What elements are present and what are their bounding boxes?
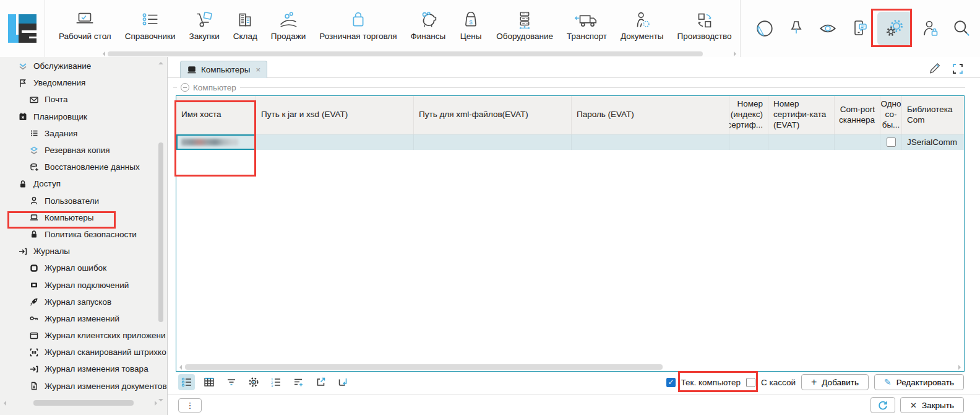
scrollbar-thumb[interactable] — [185, 364, 663, 370]
sidebar-horizontal-scrollbar[interactable] — [5, 400, 156, 406]
add-button[interactable]: +Добавить — [801, 374, 869, 390]
column-header-cert-number[interactable]: Номер сертифи-ката (EVAT) — [768, 96, 835, 134]
toolbar-module-sales[interactable]: Продажи — [271, 4, 306, 51]
sidebar-item-tasks[interactable]: Задания — [0, 125, 167, 142]
sidebar-item-label: Пользователи — [45, 196, 99, 206]
sidebar-vertical-scrollbar[interactable] — [158, 58, 165, 405]
sidebar-item-access[interactable]: Доступ — [0, 175, 167, 192]
module-label: Продажи — [271, 32, 306, 41]
close-tab-icon[interactable]: × — [256, 65, 261, 74]
gear-button[interactable] — [245, 374, 262, 390]
toolbar-module-desktop[interactable]: Рабочий стол — [59, 4, 111, 51]
collapse-icon[interactable] — [181, 83, 189, 92]
sidebar-item-label: Планировщик — [33, 112, 87, 121]
sidebar-item-product-change-log[interactable]: Журнал изменения товара — [0, 360, 167, 377]
toolbar-module-documents[interactable]: Документы — [621, 4, 664, 51]
pie-chart-button[interactable] — [751, 11, 778, 46]
table-horizontal-scrollbar[interactable] — [178, 364, 962, 370]
view-grid-button[interactable] — [200, 374, 217, 390]
hand-coins-icon — [277, 4, 300, 31]
more-options-button[interactable]: ⋮ — [178, 398, 202, 413]
settings-button[interactable] — [877, 12, 912, 45]
key-icon — [28, 313, 39, 324]
toolbar-module-warehouse[interactable]: Склад — [233, 4, 257, 51]
export-button[interactable] — [312, 374, 329, 390]
password-cell[interactable] — [572, 134, 729, 150]
com-library-cell[interactable]: JSerialComm — [902, 134, 964, 150]
sidebar-item-restore[interactable]: Восстановление данных — [0, 159, 167, 175]
filter-button[interactable] — [223, 374, 239, 390]
eye-button[interactable] — [814, 11, 841, 46]
sidebar-item-users[interactable]: Пользователи — [0, 193, 167, 209]
toolbar-module-retail[interactable]: Розничная торговля — [319, 4, 397, 51]
sidebar-item-launch-log[interactable]: Журнал запусков — [0, 294, 167, 310]
scrollbar-thumb[interactable] — [108, 51, 703, 56]
with-cash-checkbox[interactable] — [746, 378, 755, 387]
scrollbar-thumb[interactable] — [158, 142, 163, 322]
cert-number-cell[interactable] — [768, 134, 835, 150]
feedback-button[interactable] — [846, 11, 873, 46]
sidebar-item-scheduler[interactable]: Планировщик — [0, 108, 167, 125]
column-header-jar-path[interactable]: Путь к jar и xsd (EVAT) — [256, 96, 414, 134]
host-cell[interactable] — [176, 134, 256, 150]
close-x-icon: ✕ — [910, 401, 917, 410]
numbered-list-button[interactable]: 123 — [267, 374, 284, 390]
chevron-layers-icon — [17, 61, 28, 71]
edit-button[interactable]: ✎Редактировать — [874, 374, 964, 390]
sidebar-item-barcode-scan-log[interactable]: Журнал сканирований штрихко — [0, 344, 167, 360]
user-lock-button[interactable] — [916, 11, 943, 46]
toolbar-module-prices[interactable]: $ Цены — [459, 4, 483, 51]
view-list-button[interactable] — [178, 374, 195, 390]
sidebar-item-error-log[interactable]: Журнал ошибок — [0, 260, 167, 276]
column-header-com-port[interactable]: Com-port сканнера — [835, 96, 880, 134]
reload-loop-button[interactable] — [334, 374, 351, 390]
scrollbar-thumb[interactable] — [33, 400, 134, 406]
column-header-single-event[interactable]: Одно со-бы... — [880, 96, 902, 134]
column-header-host[interactable]: Имя хоста — [176, 96, 256, 134]
jar-path-cell[interactable] — [256, 134, 414, 150]
toolbar-module-transport[interactable]: Транспорт — [567, 4, 607, 51]
sidebar-item-connection-log[interactable]: Журнал подключений — [0, 276, 167, 293]
sidebar-item-client-apps-log[interactable]: Журнал клиентских приложени — [0, 327, 167, 344]
pin-button[interactable] — [783, 11, 810, 46]
toolbar-horizontal-scrollbar[interactable] — [106, 51, 733, 56]
search-button[interactable] — [948, 11, 975, 46]
sidebar-item-backup[interactable]: Резервная копия — [0, 142, 167, 159]
add-row-button[interactable] — [290, 374, 306, 390]
with-cash-label[interactable]: С кассой — [761, 378, 796, 387]
toolbar-module-purchases[interactable]: Закупки — [189, 4, 220, 51]
current-computer-label[interactable]: Тек. компьютер — [681, 378, 741, 387]
edit-pencil-icon[interactable] — [928, 61, 942, 75]
groupbox-header: Компьютер — [173, 82, 965, 92]
tab-computers[interactable]: Компьютеры × — [180, 61, 267, 78]
com-port-cell[interactable] — [835, 134, 880, 150]
xml-path-cell[interactable] — [414, 134, 572, 150]
table-row[interactable]: JSerialComm — [176, 134, 964, 150]
current-computer-checkbox[interactable] — [666, 378, 676, 387]
price-tag-icon: $ — [459, 4, 483, 31]
column-header-com-library[interactable]: Библиотека Com — [902, 96, 964, 134]
sidebar-item-change-log[interactable]: Журнал изменений — [0, 310, 167, 327]
sidebar-item-computers[interactable]: Компьютеры — [0, 209, 167, 226]
sidebar-item-document-change-log[interactable]: Журнал изменения документов — [0, 378, 167, 395]
close-button[interactable]: ✕Закрыть — [900, 397, 964, 413]
sidebar-item-maintenance[interactable]: Обслуживание — [0, 58, 167, 74]
toolbar-module-equipment[interactable]: Оборудование — [496, 4, 553, 51]
sidebar-item-mail[interactable]: Почта — [0, 91, 167, 108]
column-header-xml-path[interactable]: Путь для xml-файлов(EVAT) — [414, 96, 572, 134]
refresh-button[interactable] — [870, 397, 895, 413]
sidebar-item-notifications[interactable]: Уведомления — [0, 74, 167, 91]
single-event-checkbox[interactable] — [887, 138, 896, 147]
module-label: Цены — [460, 32, 482, 41]
toolbar-module-directories[interactable]: Справочники — [125, 4, 176, 51]
column-header-password[interactable]: Пароль (EVAT) — [572, 96, 729, 134]
sidebar-item-security-policy[interactable]: Политика безопасности — [0, 226, 167, 243]
sidebar-item-journals[interactable]: Журналы — [0, 243, 167, 260]
single-event-cell[interactable] — [880, 134, 902, 150]
cert-index-cell[interactable] — [729, 134, 768, 150]
column-header-cert-index[interactable]: Номер (индекс) сертиф... — [729, 96, 768, 134]
toolbar-module-production[interactable]: Производство — [677, 4, 732, 51]
expand-icon[interactable] — [952, 63, 964, 75]
toolbar-module-finance[interactable]: Финансы — [411, 4, 446, 51]
sidebar-item-label: Журналы — [33, 247, 70, 256]
